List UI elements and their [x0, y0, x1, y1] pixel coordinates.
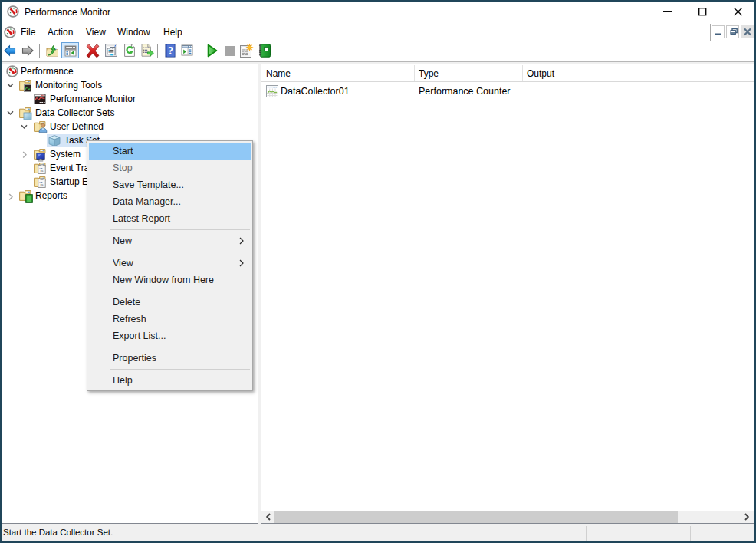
svg-text:?: ?	[168, 44, 173, 57]
svg-text:01: 01	[40, 169, 43, 173]
svg-text:01: 01	[40, 183, 43, 186]
